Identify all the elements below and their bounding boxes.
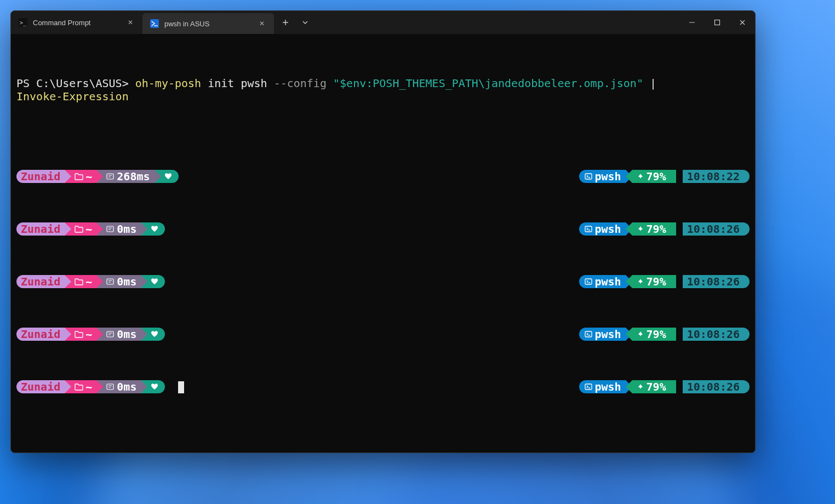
- duration-text: 0ms: [117, 328, 136, 341]
- execution-time-segment: 0ms: [96, 275, 141, 288]
- pwsh-icon: [150, 19, 159, 28]
- tab-label: Command Prompt: [33, 19, 119, 27]
- heart-icon: [151, 225, 158, 233]
- titlebar: >_ Command Prompt ✕ pwsh in ASUS ✕: [11, 11, 755, 34]
- command-invoke: Invoke-Expression: [16, 90, 129, 103]
- battery-segment: 79%: [632, 328, 676, 341]
- close-button[interactable]: [730, 11, 755, 34]
- prompt-row: Zunaid ~ 0ms pwsh: [16, 222, 750, 236]
- tab-command-prompt[interactable]: >_ Command Prompt ✕: [11, 11, 142, 34]
- shell-text: pwsh: [594, 170, 621, 183]
- clock-segment: 10:08:26: [683, 275, 750, 288]
- stopwatch-icon: [106, 278, 115, 285]
- shell-segment: pwsh: [579, 380, 625, 393]
- shell-segment: pwsh: [579, 328, 625, 341]
- svg-rect-9: [585, 279, 592, 284]
- shell-text: pwsh: [594, 275, 621, 288]
- shell-text: pwsh: [594, 380, 621, 393]
- path-text: ~: [85, 222, 92, 236]
- terminal-icon: [585, 173, 592, 180]
- terminal-window: >_ Command Prompt ✕ pwsh in ASUS ✕: [10, 10, 756, 453]
- duration-text: 268ms: [117, 170, 150, 183]
- battery-text: 79%: [647, 380, 666, 393]
- user-segment: Zunaid: [16, 380, 65, 393]
- svg-text:>_: >_: [20, 20, 27, 26]
- leaf-icon: [637, 330, 644, 338]
- folder-icon: [75, 173, 83, 180]
- maximize-button[interactable]: [705, 11, 730, 34]
- clock-segment: 10:08:26: [683, 328, 750, 341]
- command-args: init pwsh: [201, 77, 273, 90]
- clock-segment: 10:08:22: [683, 170, 750, 183]
- user-segment: Zunaid: [16, 328, 65, 341]
- command-line: PS C:\Users\ASUS> oh-my-posh init pwsh -…: [16, 77, 750, 103]
- terminal-icon: [585, 278, 592, 285]
- clock-segment: 10:08:26: [683, 222, 750, 236]
- path-text: ~: [85, 380, 92, 393]
- svg-rect-6: [107, 226, 113, 232]
- leaf-icon: [637, 383, 644, 391]
- shell-segment: pwsh: [579, 222, 625, 236]
- folder-icon: [75, 330, 83, 338]
- svg-rect-5: [585, 174, 592, 179]
- tab-label: pwsh in ASUS: [164, 20, 251, 28]
- folder-icon: [75, 383, 83, 391]
- clock-segment: 10:08:26: [683, 380, 750, 393]
- battery-segment: 79%: [632, 380, 676, 393]
- tab-dropdown-button[interactable]: [296, 13, 314, 32]
- prompt-text: PS C:\Users\ASUS>: [16, 77, 135, 90]
- prompt-row: Zunaid ~ 0ms pwsh: [16, 380, 750, 393]
- battery-text: 79%: [647, 328, 666, 341]
- execution-time-segment: 0ms: [96, 380, 141, 393]
- pipe: |: [643, 77, 663, 90]
- minimize-button[interactable]: [679, 11, 705, 34]
- space: [327, 77, 333, 90]
- duration-text: 0ms: [117, 222, 136, 236]
- tab-close-button[interactable]: ✕: [256, 18, 267, 29]
- terminal-body[interactable]: PS C:\Users\ASUS> oh-my-posh init pwsh -…: [11, 34, 755, 453]
- execution-time-segment: 0ms: [96, 328, 141, 341]
- clock-text: 10:08:26: [687, 328, 740, 341]
- user-segment: Zunaid: [16, 222, 65, 236]
- svg-rect-3: [715, 20, 720, 25]
- clock-text: 10:08:26: [687, 222, 740, 236]
- clock-text: 10:08:26: [687, 380, 740, 393]
- user-segment: Zunaid: [16, 275, 65, 288]
- stopwatch-icon: [106, 173, 115, 180]
- prompt-row: Zunaid ~ 0ms pwsh: [16, 275, 750, 288]
- tab-close-button[interactable]: ✕: [125, 17, 136, 28]
- shell-segment: pwsh: [579, 275, 625, 288]
- terminal-icon: [585, 383, 592, 391]
- cursor-slot: [165, 380, 184, 394]
- string-quote: ": [333, 77, 340, 90]
- string-quote: ": [637, 77, 643, 90]
- heart-icon: [151, 330, 158, 338]
- execution-time-segment: 0ms: [96, 222, 141, 236]
- duration-text: 0ms: [117, 275, 136, 288]
- battery-segment: 79%: [632, 170, 676, 183]
- svg-rect-11: [585, 331, 592, 337]
- tab-pwsh[interactable]: pwsh in ASUS ✕: [142, 13, 274, 34]
- user-text: Zunaid: [21, 328, 60, 341]
- command-name: oh-my-posh: [135, 77, 201, 90]
- path-text: ~: [85, 328, 92, 341]
- stopwatch-icon: [106, 225, 115, 233]
- stopwatch-icon: [106, 383, 115, 391]
- window-controls: [679, 11, 755, 34]
- user-text: Zunaid: [21, 275, 60, 288]
- cmd-icon: >_: [19, 18, 27, 27]
- folder-icon: [75, 278, 83, 285]
- shell-text: pwsh: [594, 222, 621, 236]
- terminal-icon: [585, 225, 592, 233]
- heart-icon: [151, 278, 158, 285]
- user-text: Zunaid: [21, 170, 60, 183]
- heart-icon: [151, 383, 158, 391]
- svg-rect-7: [585, 226, 592, 232]
- battery-text: 79%: [647, 170, 666, 183]
- execution-time-segment: 268ms: [96, 170, 154, 183]
- svg-rect-8: [107, 279, 113, 284]
- battery-segment: 79%: [632, 222, 676, 236]
- stopwatch-icon: [106, 330, 115, 338]
- shell-text: pwsh: [594, 328, 621, 341]
- new-tab-button[interactable]: [276, 13, 295, 32]
